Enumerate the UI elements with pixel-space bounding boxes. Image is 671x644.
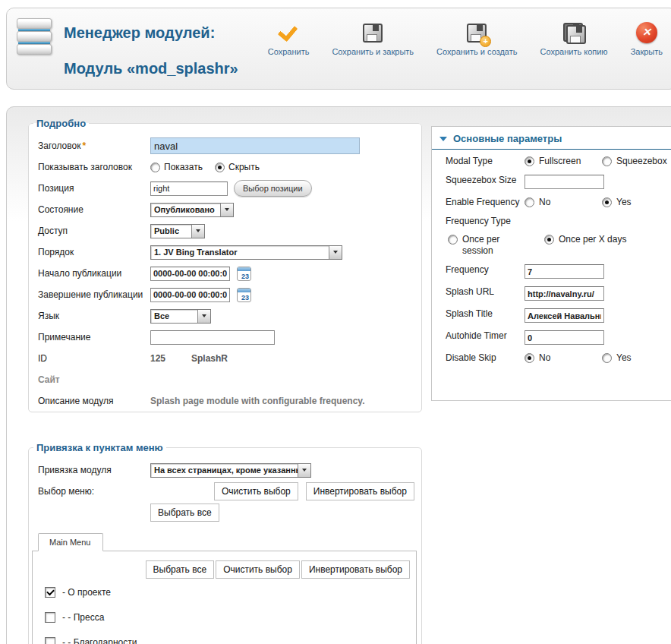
show-title-row: Показывать заголовок Показать Скрыть: [29, 156, 421, 178]
site-row: Сайт: [29, 369, 421, 390]
access-row: Доступ Public: [29, 220, 421, 242]
panel-select-all-button[interactable]: Выбрать все: [146, 560, 215, 579]
frequency-type-option-xdays[interactable]: Once per X days: [544, 234, 626, 245]
select-all-button[interactable]: Выбрать все: [150, 504, 219, 522]
params-panel-title: Основные параметры: [453, 133, 562, 144]
modules-icon: [17, 18, 52, 55]
menu-item-label: - О проекте: [62, 587, 111, 598]
toolbar-save-label: Сохранить: [268, 47, 310, 56]
squeezebox-size-input[interactable]: [525, 175, 604, 189]
splash-url-row: Splash URL: [432, 280, 671, 302]
menu-item-checkbox[interactable]: [45, 637, 55, 644]
show-title-option-show[interactable]: Показать: [150, 162, 203, 172]
disable-skip-option-no[interactable]: No: [525, 352, 602, 363]
calendar-button-start[interactable]: 23: [237, 267, 251, 281]
menu-item-row[interactable]: - - Благодарности: [33, 631, 410, 644]
splash-title-row: Splash Title: [432, 302, 671, 324]
menu-tabs: Main Menu: [38, 532, 421, 551]
menu-panel-buttons: Выбрать все Очистить выбор Инвертировать…: [33, 560, 410, 579]
content-area: Подробно Заголовок* Показывать заголовок…: [6, 106, 671, 644]
menu-selection-label: Выбор меню:: [38, 486, 150, 497]
collapse-arrow-icon: [439, 137, 447, 141]
description-row: Описание модуля Splash page module with …: [29, 390, 421, 412]
calendar-button-finish[interactable]: 23: [237, 288, 251, 302]
autohide-timer-row: Autohide Timer: [432, 324, 671, 346]
splash-title-label: Splash Title: [446, 308, 525, 320]
menu-item-checkbox[interactable]: [45, 612, 55, 623]
invert-selection-button[interactable]: Инвертировать выбор: [306, 482, 414, 500]
splash-title-input[interactable]: [525, 308, 604, 323]
params-panel-header[interactable]: Основные параметры: [432, 127, 671, 150]
close-icon: [636, 21, 657, 44]
disable-skip-option-yes[interactable]: Yes: [602, 352, 632, 363]
required-asterisk: *: [82, 140, 86, 151]
menu-assignment-legend: Привязка к пунктам меню: [33, 442, 166, 453]
radio-icon[interactable]: [150, 163, 160, 172]
position-label: Позиция: [38, 183, 150, 194]
menu-item-row[interactable]: - - Пресса: [33, 606, 410, 629]
radio-icon[interactable]: [215, 163, 225, 172]
panel-clear-button[interactable]: Очистить выбор: [216, 560, 300, 579]
toolbar-save-new-button[interactable]: Сохранить и создать: [436, 21, 517, 56]
note-row: Примечание: [29, 327, 421, 348]
show-title-option-hide[interactable]: Скрыть: [215, 162, 260, 172]
enable-frequency-option-yes[interactable]: Yes: [602, 197, 632, 207]
dropdown-arrow-icon: [298, 464, 310, 477]
floppy-copy-icon: [562, 21, 585, 44]
enable-frequency-label: Enable Frequency: [446, 197, 525, 208]
select-all-row: Выбрать все: [29, 502, 421, 523]
status-select[interactable]: Опубликовано: [150, 203, 234, 217]
menu-item-row[interactable]: - О проекте: [33, 581, 410, 604]
radio-icon[interactable]: [525, 197, 534, 207]
finish-publishing-input[interactable]: [150, 288, 230, 302]
enable-frequency-option-no[interactable]: No: [525, 197, 602, 207]
radio-icon[interactable]: [525, 156, 534, 166]
radio-icon[interactable]: [602, 353, 612, 363]
splash-url-input[interactable]: [525, 286, 604, 301]
tab-main-menu[interactable]: Main Menu: [38, 533, 103, 551]
toolbar-save-close-button[interactable]: Сохранить и закрыть: [332, 21, 414, 56]
modal-type-option-fullscreen[interactable]: Fullscreen: [525, 156, 602, 166]
radio-icon[interactable]: [602, 156, 612, 166]
id-value: 125: [150, 353, 191, 364]
toolbar-save-button[interactable]: Сохранить: [268, 21, 310, 56]
modal-type-option-squeezebox[interactable]: Squeezebox: [602, 156, 667, 166]
frequency-type-label: Frequency Type: [446, 216, 511, 226]
menu-item-label: - - Благодарности: [62, 637, 137, 644]
panel-invert-button[interactable]: Инвертировать выбор: [301, 560, 410, 579]
toolbar-close-button[interactable]: Закрыть: [631, 21, 663, 56]
radio-icon[interactable]: [448, 235, 458, 245]
enable-frequency-row: Enable Frequency No Yes: [432, 191, 671, 210]
status-row: Состояние Опубликовано: [29, 199, 421, 220]
language-select[interactable]: Все: [150, 309, 211, 324]
position-input[interactable]: [150, 182, 228, 196]
clear-selection-button[interactable]: Очистить выбор: [214, 482, 298, 500]
radio-icon[interactable]: [602, 197, 612, 207]
header: Менеджер модулей: Модуль «mod_splashr» С…: [6, 8, 671, 90]
module-manager-page: Менеджер модулей: Модуль «mod_splashr» С…: [0, 0, 671, 644]
dropdown-arrow-icon: [220, 204, 233, 216]
radio-icon[interactable]: [544, 235, 554, 245]
menu-item-label: - - Пресса: [62, 612, 104, 623]
radio-icon[interactable]: [525, 353, 534, 363]
id-row: ID 125 SplashR: [29, 348, 421, 369]
frequency-input[interactable]: [525, 264, 604, 279]
toolbar-save-copy-button[interactable]: Сохранить копию: [540, 21, 608, 56]
title-input[interactable]: [150, 137, 360, 154]
autohide-timer-input[interactable]: [525, 330, 604, 345]
calendar-icon: [238, 267, 250, 271]
menu-item-checkbox[interactable]: [45, 587, 55, 598]
frequency-type-option-session[interactable]: Once per session: [448, 234, 544, 257]
order-select[interactable]: 1. JV Bing Translator: [150, 245, 342, 260]
menu-assignment-fieldset: Привязка к пунктам меню Привязка модуля …: [28, 442, 422, 644]
splash-url-label: Splash URL: [446, 286, 525, 298]
show-title-label: Показывать заголовок: [38, 162, 150, 172]
note-label: Примечание: [38, 332, 150, 343]
access-select[interactable]: Public: [150, 224, 205, 238]
assignment-label: Привязка модуля: [38, 465, 150, 475]
assignment-row: Привязка модуля На всех страницах, кроме…: [29, 459, 421, 481]
position-select-button[interactable]: Выбор позиции: [234, 180, 312, 197]
note-input[interactable]: [150, 330, 275, 345]
assignment-select[interactable]: На всех страницах, кроме указанных: [150, 463, 311, 478]
start-publishing-input[interactable]: [150, 267, 230, 281]
